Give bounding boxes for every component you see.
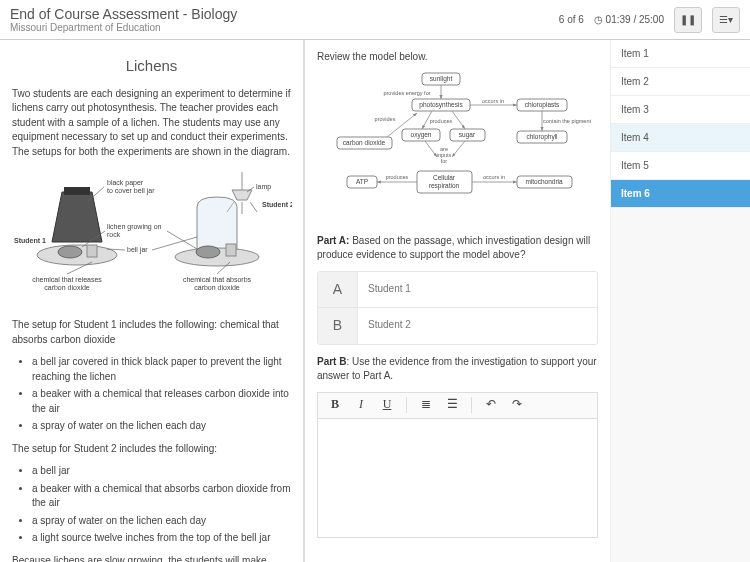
- list-item: a bell jar: [32, 464, 291, 479]
- list-item: a beaker with a chemical that releases c…: [32, 387, 291, 416]
- underline-button[interactable]: U: [376, 395, 398, 415]
- question-panel: Review the model below. .box{fill:#fff;s…: [305, 40, 610, 562]
- svg-text:respiration: respiration: [429, 182, 460, 190]
- svg-text:provides: provides: [375, 116, 396, 122]
- timer-icon: ◷: [594, 14, 603, 25]
- redo-icon: ↷: [512, 396, 522, 413]
- svg-line-45: [452, 141, 465, 157]
- item-nav-panel: Item 1Item 2Item 3Item 4Item 5Item 6: [610, 40, 750, 562]
- assessment-subtitle: Missouri Department of Education: [10, 22, 559, 33]
- svg-text:produces: produces: [386, 174, 409, 180]
- list-item: a light source twelve inches from the to…: [32, 531, 291, 546]
- choices-group: AStudent 1BStudent 2: [317, 271, 598, 345]
- svg-text:sugar: sugar: [459, 131, 476, 139]
- nav-item[interactable]: Item 3: [611, 96, 750, 124]
- response-editor[interactable]: [317, 418, 598, 538]
- toolbar-separator: [406, 397, 407, 413]
- setup1-list: a bell jar covered in thick black paper …: [32, 355, 291, 434]
- nav-item[interactable]: Item 1: [611, 40, 750, 68]
- diag-abs-label: chemical that absorbscarbon dioxide: [183, 276, 252, 291]
- choice-letter: B: [318, 308, 358, 344]
- assessment-title: End of Course Assessment - Biology: [10, 6, 559, 23]
- svg-text:areinputsfor: areinputsfor: [437, 146, 452, 164]
- choice-text: Student 1: [358, 272, 597, 307]
- svg-text:chlorophyll: chlorophyll: [526, 133, 558, 141]
- svg-text:produces: produces: [430, 118, 453, 124]
- nav-item[interactable]: Item 2: [611, 68, 750, 96]
- part-b-prompt: Part B: Use the evidence from the invest…: [317, 355, 598, 384]
- numbered-list-icon: ☰: [447, 396, 458, 413]
- svg-line-41: [452, 111, 465, 129]
- passage-title: Lichens: [12, 55, 291, 77]
- passage-panel: Lichens Two students are each designing …: [0, 40, 305, 562]
- choice-letter: A: [318, 272, 358, 307]
- passage-intro: Two students are each designing an exper…: [12, 87, 291, 160]
- italic-button[interactable]: I: [350, 395, 372, 415]
- svg-text:occurs in: occurs in: [482, 98, 504, 104]
- svg-text:sunlight: sunlight: [430, 75, 453, 83]
- passage-para2: Because lichens are slow growing, the st…: [12, 554, 291, 562]
- position-indicator: 6 of 6: [559, 14, 584, 25]
- choice-row[interactable]: BStudent 2: [318, 308, 597, 344]
- diag-rel-label: chemical that releasescarbon dioxide: [32, 276, 102, 291]
- svg-text:contain the pigment: contain the pigment: [543, 118, 591, 124]
- svg-rect-3: [87, 245, 97, 257]
- nav-item[interactable]: Item 6: [611, 180, 750, 208]
- svg-text:carbon dioxide: carbon dioxide: [343, 139, 386, 146]
- review-instruction: Review the model below.: [317, 50, 598, 65]
- svg-text:oxygen: oxygen: [411, 131, 432, 139]
- experiment-diagram: .t{font-size:7px;fill:#444;font-family:A…: [12, 167, 292, 312]
- diag-bell-label: bell jar: [127, 246, 148, 254]
- diag-paper-label: black paperto cover bell jar: [107, 179, 155, 195]
- svg-point-9: [196, 246, 220, 258]
- header-bar: End of Course Assessment - Biology Misso…: [0, 0, 750, 40]
- list-item: a spray of water on the lichen each day: [32, 419, 291, 434]
- redo-button[interactable]: ↷: [506, 395, 528, 415]
- diag-s1-label: Student 1: [14, 237, 46, 244]
- choice-row[interactable]: AStudent 1: [318, 272, 597, 308]
- list-item: a spray of water on the lichen each day: [32, 514, 291, 529]
- svg-text:occurs in: occurs in: [483, 174, 505, 180]
- pause-icon: ❚❚: [680, 14, 696, 25]
- pause-button[interactable]: ❚❚: [674, 7, 702, 33]
- choice-text: Student 2: [358, 308, 597, 344]
- svg-rect-10: [226, 244, 236, 256]
- svg-text:chloroplasts: chloroplasts: [525, 101, 560, 109]
- list-icon: ☰▾: [719, 14, 733, 25]
- nav-item[interactable]: Item 5: [611, 152, 750, 180]
- svg-rect-0: [64, 187, 90, 195]
- nav-item[interactable]: Item 4: [611, 124, 750, 152]
- numbered-list-button[interactable]: ☰: [441, 395, 463, 415]
- list-item: a beaker with a chemical that absorbs ca…: [32, 482, 291, 511]
- bullet-list-button[interactable]: ≣: [415, 395, 437, 415]
- undo-button[interactable]: ↶: [480, 395, 502, 415]
- diag-lichen-label: lichen growing onrock: [107, 223, 162, 238]
- svg-text:provides energy for: provides energy for: [383, 90, 430, 96]
- svg-line-44: [425, 141, 437, 157]
- part-a-prompt: Part A: Based on the passage, which inve…: [317, 234, 598, 263]
- svg-text:mitochondria: mitochondria: [525, 178, 563, 185]
- bold-button[interactable]: B: [324, 395, 346, 415]
- svg-text:photosynthesis: photosynthesis: [419, 101, 463, 109]
- svg-text:ATP: ATP: [356, 178, 368, 185]
- svg-line-7: [250, 202, 257, 212]
- editor-toolbar: B I U ≣ ☰ ↶ ↷: [317, 392, 598, 418]
- svg-line-15: [152, 237, 197, 250]
- svg-line-13: [167, 231, 197, 249]
- menu-button[interactable]: ☰▾: [712, 7, 740, 33]
- setup2-lead: The setup for Student 2 includes the fol…: [12, 442, 291, 457]
- list-item: a bell jar covered in thick black paper …: [32, 355, 291, 384]
- bullet-list-icon: ≣: [421, 396, 431, 413]
- setup2-list: a bell jara beaker with a chemical that …: [32, 464, 291, 546]
- diag-s2-label: Student 2: [262, 201, 292, 208]
- svg-text:Cellular: Cellular: [433, 174, 456, 181]
- timer-display: ◷ 01:39 / 25:00: [594, 14, 664, 25]
- diag-lamp-label: lamp: [256, 183, 271, 191]
- setup1-lead: The setup for Student 1 includes the fol…: [12, 318, 291, 347]
- concept-model-diagram: .box{fill:#fff;stroke:#888;rx:3} .bt{fon…: [317, 71, 602, 226]
- undo-icon: ↶: [486, 396, 496, 413]
- toolbar-separator: [471, 397, 472, 413]
- svg-point-2: [58, 246, 82, 258]
